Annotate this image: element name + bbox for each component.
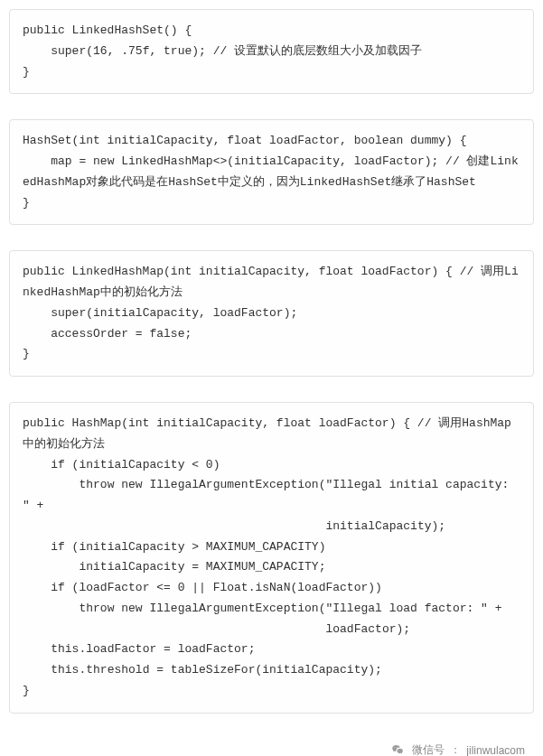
code-block-1: public LinkedHashSet() { super(16, .75f,… xyxy=(9,9,534,94)
code-block-3: public LinkedHashMap(int initialCapacity… xyxy=(9,250,534,377)
footer-value: jilinwulacom xyxy=(466,744,525,757)
code-block-2: HashSet(int initialCapacity, float loadF… xyxy=(9,119,534,225)
code-block-4: public HashMap(int initialCapacity, floa… xyxy=(9,402,534,714)
footer-label: 微信号 xyxy=(412,742,445,756)
wechat-icon xyxy=(390,742,407,757)
footer-separator: ： xyxy=(450,742,461,756)
footer: 微信号：jilinwulacom xyxy=(9,739,534,757)
